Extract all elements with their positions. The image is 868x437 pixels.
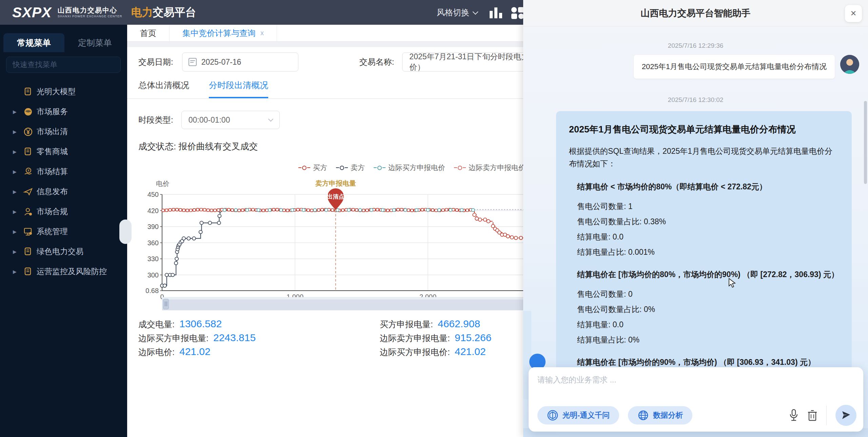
stat-item: 边际卖方申报电量:915.266 bbox=[380, 332, 491, 344]
stat-item: 边际电价:421.02 bbox=[138, 346, 211, 358]
legend-item-4[interactable]: 边际卖方申报电价 bbox=[454, 163, 526, 172]
sidebar-item-9[interactable]: ▶绿色电力交易 bbox=[0, 242, 127, 262]
reply-data-line: 售电公司数量: 0 bbox=[569, 289, 839, 300]
trade-date-input[interactable]: 2025-07-16 bbox=[182, 53, 298, 71]
assistant-panel: 2025/7/16 12:29:36 2025年1月售电公司现货交易单元结算电量… bbox=[523, 0, 868, 437]
reply-data-line: 结算电量: 0.0 bbox=[569, 319, 839, 330]
reply-data-line: 结算电量占比: 0.001% bbox=[569, 247, 839, 258]
chat-input[interactable]: 请输入您的业务需求 ... bbox=[537, 375, 616, 385]
chart-datazoom-slider[interactable] bbox=[162, 297, 529, 310]
sidebar-item-1[interactable]: 光明大模型 bbox=[0, 82, 127, 102]
trash-icon[interactable] bbox=[807, 409, 817, 421]
sidebar-tabs: 常规菜单定制菜单 bbox=[3, 33, 125, 52]
doc-icon bbox=[23, 147, 33, 157]
trade-name-label: 交易名称: bbox=[359, 57, 394, 67]
sidebar-item-3[interactable]: ▶市场出清 bbox=[0, 122, 127, 142]
expand-caret-icon: ▶ bbox=[13, 269, 23, 274]
chat-tools bbox=[789, 405, 856, 426]
sidebar-item-6[interactable]: ▶信息发布 bbox=[0, 182, 127, 202]
stat-label: 买方申报电量: bbox=[380, 319, 433, 330]
chat-body[interactable]: 2025/7/16 12:29:36 2025年1月售电公司现货交易单元结算电量… bbox=[523, 26, 868, 437]
sidebar-item-label: 市场结算 bbox=[37, 166, 68, 177]
expand-caret-icon: ▶ bbox=[13, 249, 23, 254]
sidebar-tab-regular[interactable]: 常规菜单 bbox=[3, 33, 64, 52]
stat-value: 1306.582 bbox=[179, 318, 222, 330]
chat-toolbar: 光明-通义千问 数据分析 bbox=[537, 404, 856, 426]
stat-value: 421.02 bbox=[455, 346, 486, 357]
sidebar-item-4[interactable]: ▶零售商城 bbox=[0, 142, 127, 162]
period-row: 时段类型: 00:00-01:00 bbox=[138, 111, 280, 129]
yen-icon bbox=[23, 127, 33, 137]
sidebar-item-label: 运营监控及风险防控 bbox=[37, 266, 107, 277]
monitor-icon bbox=[23, 227, 33, 237]
trade-date-label: 交易日期: bbox=[138, 57, 173, 67]
svg-text:450: 450 bbox=[147, 191, 159, 198]
datazoom-selected-range[interactable] bbox=[162, 299, 529, 310]
page-tab-2[interactable]: 集中竞价计算与查询x bbox=[170, 25, 277, 41]
stat-label: 边际买方申报电价: bbox=[380, 347, 450, 358]
close-tab-icon[interactable]: x bbox=[260, 29, 264, 37]
message-timestamp: 2025/7/16 12:30:02 bbox=[523, 96, 868, 104]
svg-text:出清点: 出清点 bbox=[327, 193, 344, 200]
send-button[interactable] bbox=[835, 405, 856, 426]
expand-caret-icon: ▶ bbox=[13, 189, 23, 194]
sidebar-item-8[interactable]: ▶系统管理 bbox=[0, 222, 127, 242]
stat-item: 边际买方申报电量:2243.815 bbox=[138, 332, 256, 344]
sidebar-item-10[interactable]: ▶运营监控及风险防控 bbox=[0, 262, 127, 282]
period-type-select[interactable]: 00:00-01:00 bbox=[181, 111, 280, 129]
subtab-1[interactable]: 总体出清概况 bbox=[138, 80, 189, 99]
page-tab-1[interactable]: 首页 bbox=[127, 25, 170, 41]
bar-chart-icon[interactable] bbox=[489, 6, 504, 20]
chat-header: 山西电力交易平台智能助手 ✕ bbox=[523, 0, 868, 26]
stat-label: 边际电价: bbox=[138, 347, 175, 358]
menu-search-input[interactable] bbox=[6, 57, 121, 73]
reply-data-line: 结算电量占比: 0% bbox=[569, 334, 839, 346]
stat-item: 边际买方申报电价:421.02 bbox=[380, 346, 486, 358]
expand-caret-icon: ▶ bbox=[13, 209, 23, 214]
model-pill-tongyi[interactable]: 光明-通义千问 bbox=[537, 406, 619, 424]
stat-item: 成交电量:1306.582 bbox=[138, 318, 222, 330]
product-title: 电力交易平台 bbox=[131, 5, 196, 20]
tongyi-logo-icon bbox=[547, 410, 558, 421]
legend-item-3[interactable]: 边际买方申报电价 bbox=[374, 163, 445, 172]
doc-icon bbox=[23, 247, 33, 257]
datazoom-left-handle[interactable] bbox=[163, 299, 169, 309]
svg-text:¥: ¥ bbox=[27, 169, 29, 172]
mode-pill-data-analysis[interactable]: 数据分析 bbox=[628, 406, 692, 424]
sidebar-item-5[interactable]: ▶¥市场结算 bbox=[0, 162, 127, 182]
user-message-row: 2025年1月售电公司现货交易单元结算电量电价分布情况 bbox=[634, 55, 859, 79]
microphone-icon[interactable] bbox=[789, 409, 798, 422]
stat-label: 边际卖方申报电量: bbox=[380, 333, 450, 344]
user-message-bubble: 2025年1月售电公司现货交易单元结算电量电价分布情况 bbox=[634, 55, 835, 79]
chat-scrollbar[interactable] bbox=[864, 101, 867, 184]
reply-intro: 根据提供的SQL查询结果，2025年1月售电公司现货交易单元结算电量电价分布情况… bbox=[569, 145, 839, 170]
stat-value: 421.02 bbox=[179, 346, 211, 357]
doc-icon bbox=[23, 267, 33, 277]
legend-item-1[interactable]: 买方 bbox=[298, 163, 327, 172]
mouse-cursor bbox=[728, 278, 737, 289]
svg-text:300: 300 bbox=[147, 271, 159, 279]
sidebar-tab-custom[interactable]: 定制菜单 bbox=[64, 33, 125, 52]
sidebar-item-label: 市场服务 bbox=[37, 106, 68, 117]
svg-text:电价: 电价 bbox=[156, 180, 170, 187]
reply-section-heading: 结算电价在 [市场均价的90%，市场均价) （即 [306.93，341.03)… bbox=[569, 357, 839, 368]
close-icon[interactable]: ✕ bbox=[845, 5, 862, 22]
svg-text:270.68: 270.68 bbox=[146, 287, 159, 294]
legend-item-2[interactable]: 卖方 bbox=[336, 163, 365, 172]
deal-status-text: 成交状态: 报价曲线有交叉成交 bbox=[138, 141, 258, 152]
sidebar-item-7[interactable]: ▶市场合规 bbox=[0, 202, 127, 222]
app-root: SXPX 山西电力交易中心 SHANXI POWER EXCHANGE CENT… bbox=[0, 0, 868, 437]
subtab-2[interactable]: 分时段出清概况 bbox=[209, 80, 268, 99]
user-avatar bbox=[840, 55, 859, 74]
svg-text:420: 420 bbox=[147, 207, 159, 214]
sidebar-item-label: 系统管理 bbox=[37, 226, 68, 237]
expand-caret-icon: ▶ bbox=[13, 129, 23, 134]
svg-text:卖方申报电量: 卖方申报电量 bbox=[315, 180, 356, 187]
stat-item: 买方申报电量:4662.908 bbox=[380, 318, 480, 330]
style-switch-dropdown[interactable]: 风格切换 bbox=[437, 0, 477, 25]
clearing-price-chart[interactable]: 450420390360330300270.6801,0002,000电价出清点… bbox=[146, 176, 532, 312]
sidebar-item-2[interactable]: ▶市场服务 bbox=[0, 102, 127, 122]
sidebar-collapse-handle[interactable] bbox=[119, 220, 132, 244]
reply-section-heading: 结算电价在 [市场均价的80%，市场均价的90%) （即 [272.82，306… bbox=[569, 269, 839, 280]
stat-value: 915.266 bbox=[455, 332, 491, 344]
